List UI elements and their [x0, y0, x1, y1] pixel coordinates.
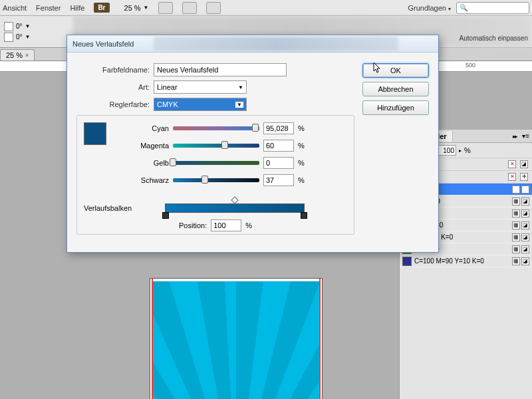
menu-view[interactable]: Ansicht	[3, 4, 27, 12]
percent-label: %	[298, 176, 305, 184]
ruler-tick: 500	[466, 62, 475, 68]
ok-button[interactable]: OK	[362, 63, 429, 78]
cmyk-icon: ▦	[512, 221, 520, 229]
new-gradient-swatch-dialog: Neues Verlaufsfeld Farbfeldname: Art: Li…	[66, 35, 439, 253]
process-icon: ◪	[521, 209, 529, 217]
tab-close-icon[interactable]: ×	[25, 52, 29, 59]
shear-y-value[interactable]: 0°	[16, 33, 23, 41]
no-color-icon[interactable]: ✕	[508, 160, 516, 168]
percent-label: %	[298, 159, 305, 167]
bleed-edge-left	[152, 279, 153, 399]
cmyk-icon: ▦	[512, 245, 520, 253]
tint-percent: %	[464, 146, 471, 154]
cmyk-icon: ▦	[512, 198, 520, 205]
shear-x-value[interactable]: 0°	[16, 23, 23, 30]
search-input[interactable]	[456, 2, 529, 14]
panel-menu-icon[interactable]: ▾≡	[519, 132, 532, 140]
magenta-slider[interactable]	[173, 144, 259, 148]
black-label: Schwarz	[116, 176, 169, 184]
magenta-input[interactable]	[263, 140, 294, 152]
dialog-titlebar[interactable]: Neues Verlaufsfeld	[67, 35, 438, 53]
process-icon: ◪	[521, 257, 529, 265]
yellow-input[interactable]	[263, 157, 294, 169]
registration-icon[interactable]: ✛	[520, 173, 528, 181]
arrange-icon[interactable]	[206, 2, 221, 14]
color-preview[interactable]	[84, 122, 106, 145]
gradient-stop-left[interactable]	[162, 212, 169, 219]
black-slider[interactable]	[173, 178, 259, 182]
artboard[interactable]	[150, 278, 323, 399]
cyan-input[interactable]	[263, 122, 294, 134]
process-icon: ◪	[521, 245, 529, 253]
cmyk-icon: ◪	[521, 186, 529, 194]
document-tab[interactable]: 25 % ×	[0, 49, 35, 61]
menu-bar: Ansicht Fenster Hilfe Br 25 %▼ Grundlage…	[0, 0, 532, 16]
menu-help[interactable]: Hilfe	[70, 4, 84, 12]
percent-label: %	[245, 221, 252, 229]
sunburst-artwork	[153, 281, 319, 399]
percent-label: %	[298, 142, 305, 150]
black-input[interactable]	[263, 174, 294, 186]
swatch-name: C=100 M=90 Y=10 K=0	[414, 257, 509, 265]
tab-label: 25 %	[6, 51, 23, 59]
cmyk-icon: ▦	[512, 257, 520, 265]
bleed-edge-right	[319, 279, 321, 399]
none-x-icon[interactable]: ✕	[508, 173, 516, 181]
zoom-level[interactable]: 25 %▼	[124, 4, 149, 12]
cmyk-fieldset: Cyan % Magenta % Gelb	[76, 115, 354, 235]
cyan-label: Cyan	[116, 124, 169, 132]
titlebar-blur	[154, 37, 398, 51]
gradient-ramp-label: Verlaufsbalken	[84, 204, 161, 212]
type-select[interactable]: Linear▼	[154, 80, 247, 94]
cancel-button[interactable]: Abbrechen	[362, 82, 429, 96]
screen-mode-icon[interactable]	[182, 2, 197, 14]
dialog-title: Neues Verlaufsfeld	[72, 40, 134, 48]
stop-color-select[interactable]: CMYK▼	[154, 98, 247, 111]
auto-fit-label[interactable]: Automatisch einpassen	[460, 35, 528, 42]
process-icon: ◪	[521, 221, 529, 229]
shear-y-icon[interactable]	[4, 33, 13, 42]
view-options-icon[interactable]	[158, 2, 173, 14]
workspace-switcher[interactable]: Grundlagen ▾	[408, 4, 451, 12]
add-button[interactable]: Hinzufügen	[362, 100, 429, 115]
tint-stepper-icon[interactable]: ▸	[459, 148, 462, 154]
gradient-stop-right[interactable]	[301, 212, 307, 219]
shear-x-icon[interactable]	[4, 22, 13, 31]
chevron-down-icon: ▼	[235, 102, 243, 108]
menu-window[interactable]: Fenster	[36, 4, 61, 12]
panel-collapse-icon[interactable]: ▸▸	[510, 133, 519, 140]
gradient-ramp[interactable]	[165, 203, 305, 213]
swatch-opts-icon[interactable]: ◪	[520, 160, 528, 168]
gradient-midpoint[interactable]	[231, 196, 238, 203]
stop-color-label: Reglerfarbe:	[76, 100, 150, 108]
type-label: Art:	[76, 83, 150, 91]
process-icon: ◪	[521, 233, 529, 241]
cmyk-icon: ▦	[512, 233, 520, 241]
yellow-label: Gelb	[116, 159, 169, 167]
cmyk-icon: ▦	[512, 209, 520, 217]
bridge-badge[interactable]: Br	[94, 3, 109, 13]
percent-label: %	[298, 124, 305, 132]
swatch-name-input[interactable]	[154, 63, 287, 76]
yellow-slider[interactable]	[173, 161, 259, 165]
position-input[interactable]	[211, 219, 241, 231]
swatch-row[interactable]: C=100 M=90 Y=10 K=0▦◪	[400, 255, 532, 267]
cyan-slider[interactable]	[173, 126, 259, 130]
swatch-chip	[402, 257, 412, 266]
position-label: Position:	[179, 221, 207, 229]
process-icon: ◪	[521, 198, 529, 205]
magenta-label: Magenta	[116, 142, 169, 150]
chevron-down-icon: ▼	[238, 84, 243, 90]
gradient-icon: ▦	[512, 186, 520, 194]
swatch-name-label: Farbfeldname:	[76, 66, 150, 74]
